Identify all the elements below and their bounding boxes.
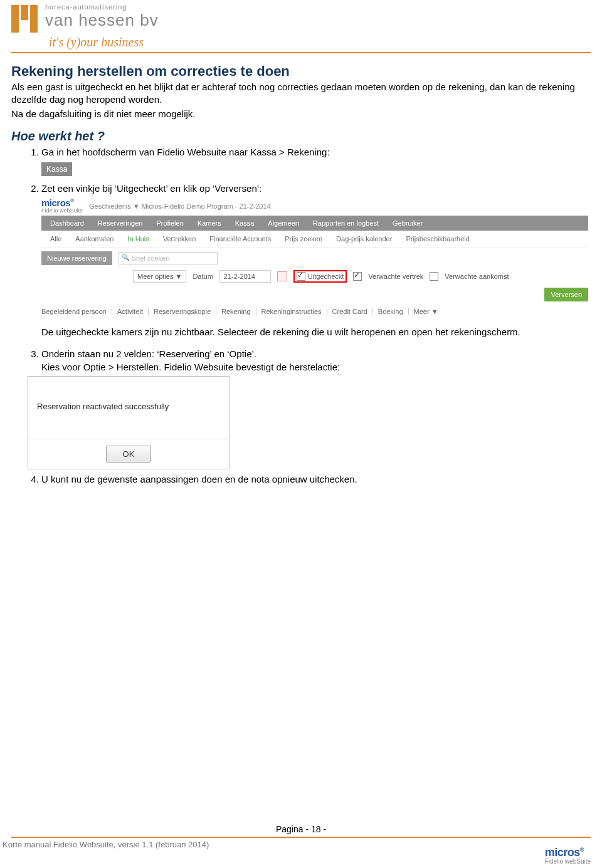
highlighted-checkbox: Uitgecheckt [293,270,347,283]
nav-reserveringen[interactable]: Reserveringen [98,219,143,227]
footer-doc-title: Korte manual Fidelio Websuite, versie 1.… [3,840,209,849]
step-3: Onderin staan nu 2 velden: ‘Reservering’… [41,348,591,374]
link-rekening[interactable]: Rekening [221,308,256,315]
more-options-dropdown[interactable]: Meer opties ▼ [133,270,186,283]
link-meer[interactable]: Meer ▼ [414,308,443,315]
logo-subtitle: horeca-automatisering [45,4,159,11]
main-nav: Dashboard Reserveringen Profielen Kamers… [41,216,588,231]
link-rekinstr[interactable]: Rekeninginstructies [261,308,327,315]
sub-nav: Alle Aankomsten In Huis Vertrekken Finan… [41,231,588,248]
bottom-links: Begeleidend persoon Activiteit Reserveri… [41,305,588,316]
step-3-text-a: Onderin staan nu 2 velden: ‘Reservering’… [41,348,256,359]
footer-logo-sub: Fidelio webSuite [545,859,591,865]
subnav-alle[interactable]: Alle [50,235,61,243]
ok-button[interactable]: OK [106,446,152,463]
vendor-logo: horeca-automatisering van hessen bv it's… [11,0,591,53]
uitgecheckt-checkbox[interactable] [297,272,305,281]
link-creditcard[interactable]: Credit Card [332,308,373,315]
logo-name: van hessen bv [45,12,159,28]
nav-profielen[interactable]: Profielen [156,219,183,227]
link-begeleidend[interactable]: Begeleidend persoon [41,308,112,315]
breadcrumb[interactable]: Geschiedenis ▼ Micros-Fidelio Demo Progr… [89,202,271,210]
intro-paragraph-2: Na de dagafsluiting is dit niet meer mog… [11,108,591,120]
link-reskopie[interactable]: Reserveringskopie [154,308,216,315]
refresh-button[interactable]: Verversen [544,288,588,301]
date-label: Datum [193,273,213,280]
subnav-dag-prijs[interactable]: Dag-prijs kalender [336,235,392,243]
confirm-dialog: Reservation reactivated successfully OK [28,376,230,469]
nav-dashboard[interactable]: Dashboard [50,219,84,227]
footer-logo-text: micros [545,846,580,859]
nav-gebruiker[interactable]: Gebruiker [393,219,423,227]
step-2: Zet een vinkje bij ‘Uitgecheckt’ en klik… [41,182,591,195]
step-1-text: Ga in het hoofdscherm van Fidelio Websui… [41,147,330,157]
kassa-tab-chip: Kassa [41,162,72,176]
subnav-fin-accounts[interactable]: Financiële Accounts [209,235,271,243]
link-boeking[interactable]: Boeking [378,308,409,315]
step-4: U kunt nu de gewenste aanpassingen doen … [41,473,591,486]
section-title: Rekening herstellen om correcties te doe… [11,63,591,80]
calendar-icon[interactable] [277,271,287,281]
intro-paragraph: Als een gast is uitgecheckt en het blijk… [11,81,591,107]
nav-algemeen[interactable]: Algemeen [268,219,299,227]
subnav-aankomsten[interactable]: Aankomsten [75,235,114,243]
date-field[interactable]: 21-2-2014 [219,270,271,283]
nav-kamers[interactable]: Kamers [198,219,221,227]
nav-rapporten[interactable]: Rapporten en logbest [313,219,379,227]
footer-logo: micros® Fidelio webSuite [545,847,591,864]
new-reservation-button[interactable]: Nieuwe reservering [41,251,112,265]
step-2-text: Zet een vinkje bij ‘Uitgecheckt’ en klik… [41,183,261,194]
nav-kassa[interactable]: Kassa [235,219,255,227]
subnav-in-huis[interactable]: In Huis [128,235,149,243]
step-1: Ga in het hoofdscherm van Fidelio Websui… [41,146,591,159]
micros-logo-sub: Fidelio webSuite [41,208,83,214]
verwachte-vertrek-checkbox[interactable] [353,272,362,281]
page-number: Pagina - 18 - [0,824,602,834]
search-input[interactable]: Snel zoeken [119,252,218,264]
how-title: Hoe werkt het ? [11,129,591,144]
micros-logo: micros® Fidelio webSuite [41,199,83,213]
subnav-prijsbeschik[interactable]: Prijsbeschikbaarheid [406,235,470,243]
dialog-message: Reservation reactivated successfully [28,377,229,439]
link-activiteit[interactable]: Activiteit [117,308,149,315]
uitgecheckt-label: Uitgecheckt [308,273,344,280]
step-4-text: U kunt nu de gewenste aanpassingen doen … [41,474,357,484]
verwachte-aankomst-label: Verwachte aankomst [445,273,509,280]
verwachte-aankomst-checkbox[interactable] [430,272,438,281]
step-3-text-b: Kies voor Optie > Herstellen. Fidelio We… [41,362,340,372]
footer-rule [11,837,591,838]
logo-mark-icon [11,4,38,33]
step-2-subtext: De uitgecheckte kamers zijn nu zichtbaar… [41,326,591,338]
websuite-screenshot: micros® Fidelio webSuite Geschiedenis ▼ … [41,197,588,316]
micros-logo-text: micros [41,197,70,208]
subnav-prijs-zoeken[interactable]: Prijs zoeken [285,235,322,243]
logo-tagline: it's (y)our business [49,35,591,50]
verwachte-vertrek-label: Verwachte vertrek [368,273,423,280]
subnav-vertrekken[interactable]: Vertrekken [163,235,196,243]
